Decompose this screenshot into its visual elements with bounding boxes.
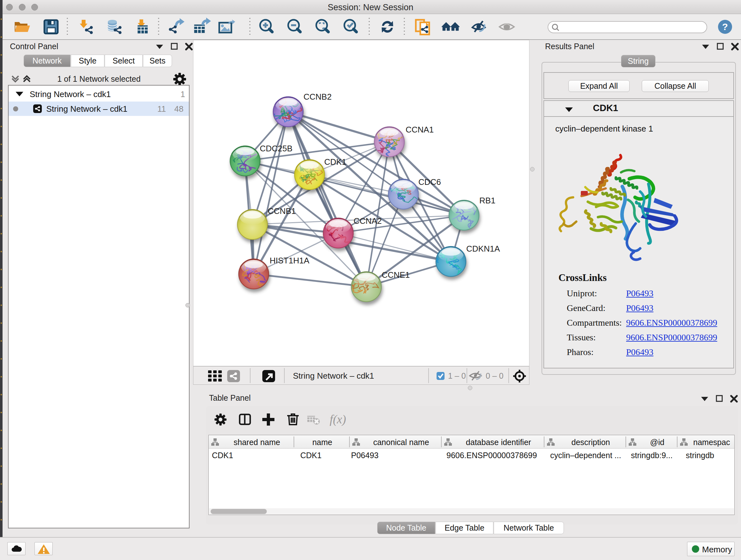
svg-text:CDC6: CDC6 xyxy=(418,177,441,187)
svg-text:f(x): f(x) xyxy=(330,413,346,426)
svg-text:CCNA1: CCNA1 xyxy=(406,125,434,134)
svg-text:RB1: RB1 xyxy=(479,196,495,205)
svg-text:CCNB1: CCNB1 xyxy=(268,206,296,216)
svg-text:CCNE1: CCNE1 xyxy=(382,270,410,280)
svg-text:CDKN1A: CDKN1A xyxy=(466,244,500,253)
svg-text:CCNB2: CCNB2 xyxy=(304,92,332,102)
svg-text:CDK1: CDK1 xyxy=(324,157,346,167)
svg-text:CCNA2: CCNA2 xyxy=(354,216,382,226)
svg-text:HIST1H1A: HIST1H1A xyxy=(270,256,310,265)
svg-text:CDC25B: CDC25B xyxy=(260,144,293,153)
